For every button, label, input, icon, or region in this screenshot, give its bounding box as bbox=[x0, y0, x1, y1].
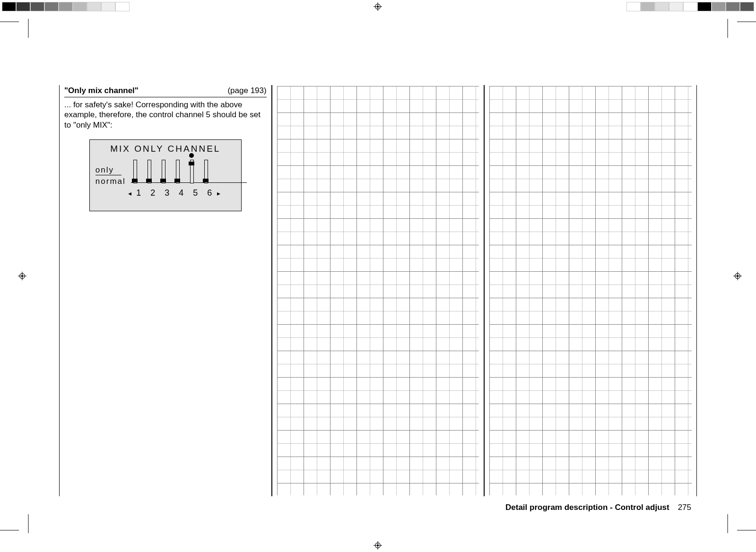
body-text: ... for safety's sake! Corresponding wit… bbox=[64, 100, 267, 130]
swatch bbox=[740, 2, 754, 11]
swatch bbox=[683, 2, 697, 11]
channel-number: 4 bbox=[174, 188, 189, 198]
mix-panel-title: MIX ONLY CHANNEL bbox=[90, 140, 241, 154]
swatch bbox=[655, 2, 669, 11]
crop-mark-icon bbox=[723, 514, 732, 533]
swatch bbox=[697, 2, 712, 11]
channel-number: 2 bbox=[146, 188, 160, 198]
page-reference: (page 193) bbox=[227, 86, 266, 95]
swatch bbox=[44, 2, 59, 11]
swatch bbox=[115, 2, 130, 11]
channel-number: 3 bbox=[160, 188, 174, 198]
swatch bbox=[669, 2, 683, 11]
row-label-normal: normal bbox=[96, 177, 126, 186]
swatch bbox=[59, 2, 73, 11]
calibration-bar-left bbox=[2, 2, 130, 11]
channel-number: 6 bbox=[203, 188, 217, 198]
swatch bbox=[87, 2, 101, 11]
row-label-only: only bbox=[96, 165, 114, 175]
swatch bbox=[30, 2, 44, 11]
section-title: "Only mix channel" bbox=[64, 86, 139, 95]
swatch bbox=[726, 2, 740, 11]
selection-dot-icon bbox=[189, 153, 194, 158]
crop-mark-icon bbox=[0, 17, 19, 26]
registration-mark-icon bbox=[374, 2, 382, 11]
right-arrow-icon: ▸ bbox=[217, 190, 221, 197]
registration-mark-icon bbox=[733, 272, 742, 280]
channel-numbers: ◂ 1 2 3 4 5 6 ▸ bbox=[128, 188, 221, 198]
crop-mark-icon bbox=[24, 19, 33, 38]
registration-mark-icon bbox=[374, 541, 382, 550]
crop-mark-icon bbox=[24, 514, 33, 533]
section-header: "Only mix channel" (page 193) bbox=[64, 86, 267, 95]
swatch bbox=[101, 2, 115, 11]
footer-page-number: 275 bbox=[678, 503, 691, 512]
swatch bbox=[16, 2, 30, 11]
svg-point-15 bbox=[737, 275, 739, 277]
channel-number: 5 bbox=[189, 188, 203, 198]
swatch bbox=[2, 2, 16, 11]
crop-mark-icon bbox=[0, 526, 19, 535]
page-area: "Only mix channel" (page 193) ... for sa… bbox=[59, 85, 697, 514]
column-middle bbox=[272, 85, 485, 496]
column-left: "Only mix channel" (page 193) ... for sa… bbox=[59, 85, 272, 496]
registration-mark-icon bbox=[18, 272, 26, 280]
notes-grid bbox=[489, 86, 692, 495]
svg-point-7 bbox=[377, 544, 379, 546]
swatch bbox=[641, 2, 655, 11]
footer-section-title: Detail program description - Control adj… bbox=[505, 503, 669, 512]
swatch bbox=[712, 2, 726, 11]
svg-point-11 bbox=[21, 275, 23, 277]
crop-mark-icon bbox=[723, 19, 732, 38]
channel-number: 1 bbox=[132, 188, 146, 198]
page-footer: Detail program description - Control adj… bbox=[505, 503, 691, 512]
swatch bbox=[626, 2, 641, 11]
crop-mark-icon bbox=[737, 526, 756, 535]
svg-point-3 bbox=[377, 6, 379, 8]
column-right bbox=[484, 85, 697, 496]
crop-mark-icon bbox=[737, 17, 756, 26]
calibration-bar-right bbox=[626, 2, 754, 11]
swatch bbox=[73, 2, 87, 11]
slider-group bbox=[131, 160, 235, 188]
section-underline bbox=[64, 97, 267, 97]
mix-only-channel-panel: MIX ONLY CHANNEL only normal ◂ bbox=[89, 139, 242, 211]
left-arrow-icon: ◂ bbox=[128, 190, 132, 197]
notes-grid bbox=[277, 86, 479, 495]
